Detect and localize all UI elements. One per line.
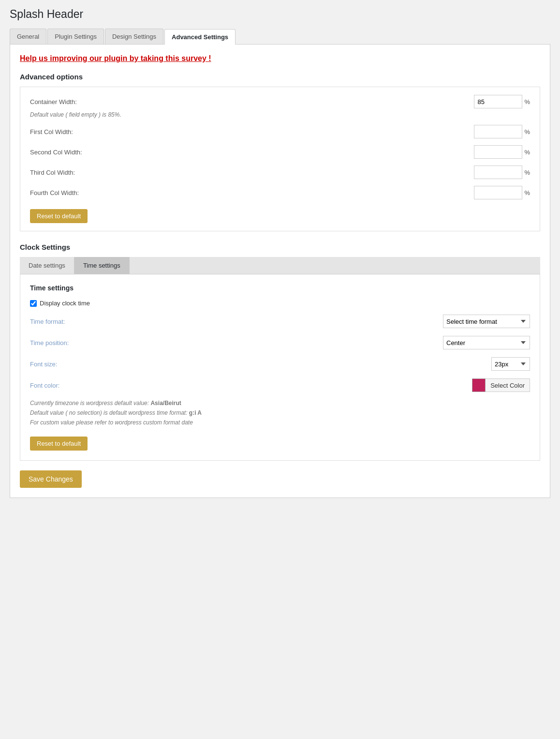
font-size-row: Font size: 18px 20px 23px 26px 30px (30, 357, 530, 371)
time-settings-inner-title: Time settings (30, 284, 530, 292)
first-col-percent: % (524, 128, 530, 136)
tab-advanced-settings[interactable]: Advanced Settings (164, 29, 236, 45)
advanced-options-title: Advanced options (20, 73, 540, 81)
time-position-select[interactable]: Left Center Right (443, 336, 530, 349)
clock-tab-time-settings[interactable]: Time settings (74, 257, 130, 274)
time-format-row: Time format: Select time format 12 Hour … (30, 315, 530, 328)
clock-settings-container: Date settings Time settings Time setting… (20, 257, 540, 461)
fourth-col-width-label: Fourth Col Width: (30, 189, 127, 196)
container-width-row: Container Width: % (30, 95, 530, 108)
tab-plugin-settings[interactable]: Plugin Settings (47, 29, 104, 44)
clock-settings-title: Clock Settings (20, 243, 540, 251)
fourth-col-width-row: Fourth Col Width: % (30, 186, 530, 199)
display-clock-row: Display clock time (30, 300, 530, 307)
info-block: Currently timezone is wordpress default … (30, 400, 530, 426)
third-col-width-row: Third Col Width: % (30, 166, 530, 179)
fourth-col-input-wrapper: % (474, 186, 530, 199)
second-col-width-row: Second Col Width: % (30, 145, 530, 159)
container-width-hint: Default value ( field empty ) is 85%. (30, 111, 530, 118)
clock-reset-button[interactable]: Reset to default (30, 437, 88, 451)
first-col-input-wrapper: % (474, 125, 530, 138)
font-size-label: Font size: (30, 361, 127, 368)
second-col-width-input[interactable] (474, 145, 522, 159)
content-area: Help us improving our plugin by taking t… (10, 45, 550, 498)
info-default-format: Default value ( no selection) is default… (30, 409, 530, 416)
page-title: Splash Header (10, 8, 550, 21)
container-width-percent: % (524, 98, 530, 106)
third-col-input-wrapper: % (474, 166, 530, 179)
save-changes-button[interactable]: Save Changes (20, 470, 82, 488)
third-col-width-input[interactable] (474, 166, 522, 179)
container-width-label: Container Width: (30, 98, 127, 106)
time-position-row: Time position: Left Center Right (30, 336, 530, 349)
time-position-label: Time position: (30, 339, 127, 347)
clock-content: Time settings Display clock time Time fo… (20, 274, 540, 461)
first-col-width-row: First Col Width: % (30, 125, 530, 138)
display-clock-checkbox[interactable] (30, 300, 37, 307)
clock-tab-date-settings[interactable]: Date settings (20, 257, 74, 274)
second-col-width-label: Second Col Width: (30, 149, 127, 156)
tab-general[interactable]: General (10, 29, 46, 44)
font-color-label: Font color: (30, 382, 127, 389)
color-swatch[interactable] (472, 378, 486, 392)
time-format-select[interactable]: Select time format 12 Hour 24 Hour (443, 315, 530, 328)
time-format-label: Time format: (30, 318, 127, 325)
survey-link[interactable]: Help us improving our plugin by taking t… (20, 54, 540, 63)
clock-tabs-nav: Date settings Time settings (20, 257, 540, 274)
info-custom-format: For custom value please refer to wordpre… (30, 419, 530, 426)
fourth-col-width-input[interactable] (474, 186, 522, 199)
info-timezone: Currently timezone is wordpress default … (30, 400, 530, 407)
container-width-input-wrapper: % (474, 95, 530, 108)
third-col-percent: % (524, 169, 530, 176)
fourth-col-percent: % (524, 189, 530, 196)
font-size-select[interactable]: 18px 20px 23px 26px 30px (491, 357, 530, 371)
first-col-width-input[interactable] (474, 125, 522, 138)
first-col-width-label: First Col Width: (30, 128, 127, 136)
font-color-row: Font color: Select Color (30, 378, 530, 392)
tab-design-settings[interactable]: Design Settings (105, 29, 163, 44)
advanced-options-box: Container Width: % Default value ( field… (20, 87, 540, 231)
second-col-percent: % (524, 149, 530, 156)
tabs-nav: General Plugin Settings Design Settings … (10, 29, 550, 45)
advanced-reset-button[interactable]: Reset to default (30, 209, 88, 223)
display-clock-label: Display clock time (40, 300, 90, 307)
third-col-width-label: Third Col Width: (30, 169, 127, 176)
color-select-button[interactable]: Select Color (486, 378, 530, 392)
container-width-input[interactable] (474, 95, 522, 108)
second-col-input-wrapper: % (474, 145, 530, 159)
color-picker-wrapper: Select Color (472, 378, 530, 392)
